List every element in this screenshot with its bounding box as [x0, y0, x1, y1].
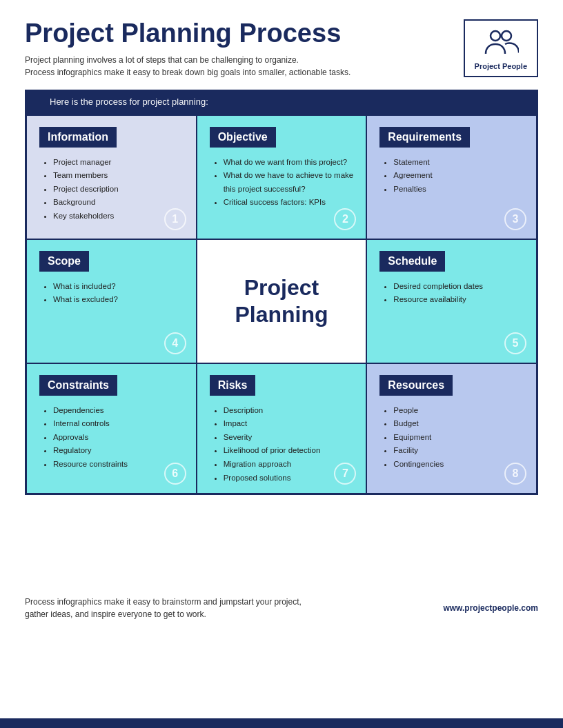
scope-title: Scope: [39, 251, 89, 272]
header: Project Planning Process Project plannin…: [0, 0, 563, 90]
risks-title: Risks: [210, 375, 256, 396]
requirements-list: Statement Agreement Penalties: [379, 156, 524, 196]
list-item: Impact: [224, 417, 354, 431]
list-item: Critical success factors: KPIs: [224, 196, 354, 210]
list-item: What is included?: [53, 280, 184, 294]
list-item: Desired completion dates: [393, 280, 524, 294]
list-item: Budget: [393, 417, 524, 431]
list-item: Statement: [393, 156, 524, 170]
list-item: Contingencies: [393, 458, 524, 472]
banner-text: Here is the process for project planning…: [50, 97, 208, 107]
list-item: Resource availability: [393, 293, 524, 307]
resources-title: Resources: [379, 375, 453, 396]
cell-objective: Objective What do we want from this proj…: [197, 115, 367, 239]
scope-list: What is included? What is excluded?: [39, 280, 184, 307]
cell-center: Project Planning: [197, 239, 367, 363]
list-item: What is excluded?: [53, 293, 184, 307]
list-item: Likelihood of prior detection: [224, 444, 354, 458]
list-item: Severity: [224, 431, 354, 445]
information-title: Information: [39, 127, 117, 148]
list-item: Facility: [393, 444, 524, 458]
list-item: Agreement: [393, 169, 524, 183]
list-item: What do we have to achieve to make this …: [224, 169, 354, 196]
logo-box: Project People: [464, 19, 538, 77]
list-item: Dependencies: [53, 404, 184, 418]
logo-text: Project People: [475, 62, 527, 70]
cell-scope: Scope What is included? What is excluded…: [26, 239, 197, 363]
cell-number-2: 2: [334, 208, 356, 230]
cell-number-6: 6: [164, 463, 186, 485]
banner: Here is the process for project planning…: [25, 90, 538, 114]
list-item: Equipment: [393, 431, 524, 445]
footer-description: Process infographics make it easy to bra…: [25, 596, 315, 620]
footer-bar: [0, 718, 563, 728]
cell-number-5: 5: [504, 332, 526, 354]
list-item: People: [393, 404, 524, 418]
list-item: Approvals: [53, 431, 184, 445]
subtitle-line2: Process infographics make it easy to bre…: [25, 68, 350, 77]
header-subtitle: Project planning involves a lot of steps…: [25, 54, 350, 79]
cell-risks: Risks Description Impact Severity Likeli…: [197, 363, 367, 494]
list-item: Regulatory: [53, 444, 184, 458]
schedule-list: Desired completion dates Resource availa…: [379, 280, 524, 307]
cell-number-4: 4: [164, 332, 186, 354]
resources-list: People Budget Equipment Facility Conting…: [379, 404, 524, 472]
constraints-list: Dependencies Internal controls Approvals…: [39, 404, 184, 472]
list-item: What do we want from this project?: [224, 156, 354, 170]
cell-number-8: 8: [504, 463, 526, 485]
cell-number-1: 1: [164, 208, 186, 230]
cell-resources: Resources People Budget Equipment Facili…: [366, 363, 537, 494]
header-left: Project Planning Process Project plannin…: [25, 19, 350, 79]
risks-list: Description Impact Severity Likelihood o…: [210, 404, 354, 485]
objective-list: What do we want from this project? What …: [210, 156, 354, 210]
objective-title: Objective: [210, 127, 276, 148]
list-item: Background: [53, 196, 184, 210]
list-item: Resource constraints: [53, 458, 184, 472]
page-title: Project Planning Process: [25, 19, 350, 48]
information-list: Project manager Team members Project des…: [39, 156, 184, 223]
cell-requirements: Requirements Statement Agreement Penalti…: [366, 115, 537, 239]
cell-information: Information Project manager Team members…: [26, 115, 197, 239]
list-item: Team members: [53, 169, 184, 183]
constraints-title: Constraints: [39, 375, 117, 396]
subtitle-line1: Project planning involves a lot of steps…: [25, 55, 299, 65]
requirements-title: Requirements: [379, 127, 470, 148]
list-item: Internal controls: [53, 417, 184, 431]
schedule-title: Schedule: [379, 251, 445, 272]
list-item: Project description: [53, 183, 184, 196]
center-title: Project Planning: [211, 274, 353, 327]
cell-number-3: 3: [504, 208, 526, 230]
list-item: Project manager: [53, 156, 184, 170]
planning-grid: Information Project manager Team members…: [25, 114, 538, 495]
footer-url: www.projectpeople.com: [443, 603, 538, 613]
svg-point-0: [491, 31, 500, 41]
cell-schedule: Schedule Desired completion dates Resour…: [366, 239, 537, 363]
list-item: Penalties: [393, 183, 524, 196]
project-people-icon: [483, 26, 519, 59]
footer: Process infographics make it easy to bra…: [0, 495, 563, 718]
list-item: Description: [224, 404, 354, 418]
svg-point-1: [502, 31, 511, 41]
cell-constraints: Constraints Dependencies Internal contro…: [26, 363, 197, 494]
